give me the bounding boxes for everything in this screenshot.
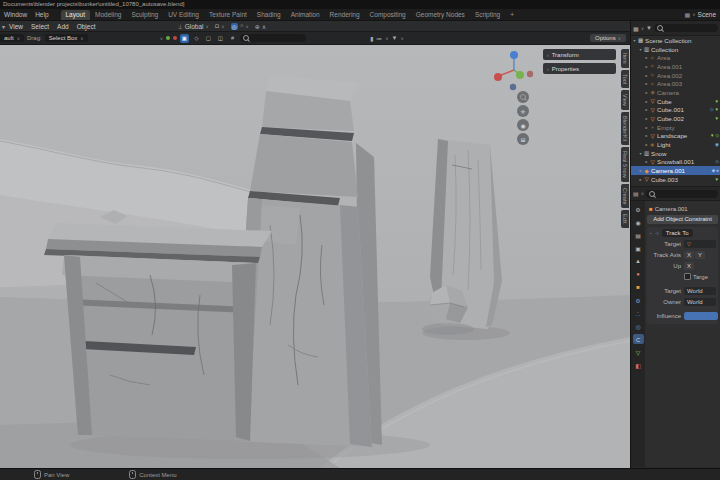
object-name[interactable]: Landscape xyxy=(657,132,710,139)
scene-tab[interactable]: ▲ xyxy=(633,256,644,266)
perspective-toggle-button[interactable]: ⊞ xyxy=(517,133,529,145)
xray-icon[interactable]: ▢ xyxy=(204,34,213,43)
shading-rendered-icon[interactable]: # xyxy=(228,34,237,43)
viewport-menu[interactable]: View xyxy=(9,23,23,30)
physics-tab[interactable]: ◎ xyxy=(633,321,644,331)
render-tab[interactable]: ◉ xyxy=(633,217,644,227)
axis-button[interactable]: Y xyxy=(695,251,705,259)
outliner-row[interactable]: ▸ ◆ Camera xyxy=(631,88,720,97)
object-name[interactable]: Area.001 xyxy=(657,63,719,70)
workspace-tab[interactable]: Geometry Nodes xyxy=(411,10,470,20)
row-data-icon[interactable]: ◆ xyxy=(712,168,715,173)
outliner-row[interactable]: ▾ ▥ Snow xyxy=(631,149,720,158)
breadcrumb-object-name[interactable]: Camera.001 xyxy=(655,206,688,212)
target-z-checkbox[interactable] xyxy=(684,273,691,280)
workspace-tab[interactable]: Modeling xyxy=(90,10,126,20)
properties-search[interactable] xyxy=(646,190,718,198)
outliner-row[interactable]: ▸ ☀ Area xyxy=(631,53,720,62)
add-constraint-button[interactable]: Add Object Constraint xyxy=(647,215,718,224)
npanel-transform-section[interactable]: › Transform xyxy=(543,49,616,60)
row-data-icon[interactable]: ▼ xyxy=(715,116,719,121)
outliner-row[interactable]: ▸ ◆ Camera.001 ◆● xyxy=(631,166,720,175)
object-name[interactable]: Light xyxy=(657,141,715,148)
outliner-row[interactable]: ▾ ▦ Scene Collection xyxy=(631,36,720,45)
object-name[interactable]: Cube.001 xyxy=(657,106,710,113)
modifiers-tab[interactable]: ⚙ xyxy=(633,295,644,305)
npanel-tab[interactable]: BlenderKit xyxy=(621,112,629,145)
object-name[interactable]: Area.002 xyxy=(657,72,719,79)
outliner-row[interactable]: ▸ ▽ Snowball.001 ◇ xyxy=(631,158,720,167)
row-data-icon[interactable]: ▼ xyxy=(715,177,719,182)
npanel-tab[interactable]: Real Snow xyxy=(621,147,629,182)
transform-pivot-icon[interactable]: ≔ xyxy=(376,35,382,42)
orientation-selector[interactable]: ⊥ Global ∨ xyxy=(177,23,208,30)
filter-icon[interactable]: ▼ xyxy=(646,25,652,31)
properties-editor-icon[interactable]: ▤ xyxy=(633,190,639,197)
workspace-tab[interactable]: Texture Paint xyxy=(204,10,252,20)
viewport-menu[interactable]: Add xyxy=(57,23,69,30)
space-owner-dropdown[interactable]: World xyxy=(684,298,716,306)
mode-dot-green-icon[interactable] xyxy=(166,36,170,40)
topbar-menu[interactable]: Window xyxy=(4,11,27,18)
row-data-icon[interactable]: ▼ xyxy=(715,107,719,112)
row-data-icon[interactable]: ● xyxy=(716,168,719,173)
topbar-menu[interactable]: Help xyxy=(35,11,48,18)
tool-preset-dropdown[interactable]: ault ∨ xyxy=(0,34,24,42)
row-data-icon[interactable]: ◉ xyxy=(715,142,719,147)
target-object-field[interactable]: ▽ xyxy=(684,240,716,248)
object-name[interactable]: Camera xyxy=(657,89,719,96)
scene-selector[interactable]: ▦ ∨ Scene xyxy=(685,11,716,18)
workspace-tab[interactable]: UV Editing xyxy=(163,10,204,20)
outliner-row[interactable]: ▾ ▥ Collection xyxy=(631,45,720,54)
npanel-tab[interactable]: View xyxy=(621,90,629,110)
rock-wall-left[interactable] xyxy=(44,210,272,441)
world-tab[interactable]: ● xyxy=(633,269,644,279)
object-name[interactable]: Empty xyxy=(657,124,719,131)
row-data-icon[interactable]: ◇ xyxy=(716,159,719,164)
object-name[interactable]: Cube.002 xyxy=(657,115,715,122)
object-name[interactable]: Area xyxy=(657,54,719,61)
object-tab[interactable]: ■ xyxy=(633,282,644,292)
object-name[interactable]: Snow xyxy=(651,150,719,157)
object-data-tab[interactable]: ▽ xyxy=(633,347,644,357)
view-layer-tab[interactable]: ▣ xyxy=(633,243,644,253)
workspace-tab[interactable]: Sculpting xyxy=(126,10,163,20)
workspace-tab[interactable]: Shading xyxy=(252,10,286,20)
proportional-editing-toggle[interactable]: ◎ ⌾ ∨ xyxy=(231,23,249,30)
camera-view-button[interactable]: ◉ xyxy=(517,119,529,131)
outliner-row[interactable]: ▸ ▽ Cube.002 ▼ xyxy=(631,114,720,123)
workspace-tab[interactable]: Layout xyxy=(61,10,91,20)
outliner-row[interactable]: ▸ ☀ Light ◉ xyxy=(631,140,720,149)
object-name[interactable]: Cube xyxy=(657,98,715,105)
gizmo-toggle[interactable]: ⊕ ∧ xyxy=(255,23,266,30)
display-mode-icon[interactable]: ▦ xyxy=(633,25,639,32)
filter-icon[interactable]: ▼ xyxy=(392,35,398,41)
influence-slider[interactable] xyxy=(684,312,718,320)
overlays-icon[interactable]: ◇ xyxy=(192,34,201,43)
outliner-row[interactable]: ▸ ☀ Area.003 xyxy=(631,79,720,88)
outliner-row[interactable]: ▸ ☀ Area.001 xyxy=(631,62,720,71)
npanel-tab[interactable]: Edit xyxy=(621,210,629,227)
object-name[interactable]: Camera.001 xyxy=(651,167,712,174)
gizmo-visibility-icon[interactable]: ▣ xyxy=(180,34,189,43)
outliner-row[interactable]: ▸ ▽ Cube.003 ▼ xyxy=(631,175,720,184)
outliner-row[interactable]: ▸ ☀ Area.002 xyxy=(631,71,720,80)
row-data-icon[interactable]: ◇ xyxy=(716,133,719,138)
marker-icon[interactable]: ▮ xyxy=(370,35,373,42)
tool-tab[interactable]: ⚙ xyxy=(633,204,644,214)
outliner-row[interactable]: ▸ ▽ Landscape ▼◇ xyxy=(631,132,720,141)
constraints-tab[interactable]: ⊂ xyxy=(633,334,644,344)
npanel-properties-section[interactable]: › Properties xyxy=(543,63,616,74)
outliner-row[interactable]: ▸ + Empty xyxy=(631,123,720,132)
npanel-tab[interactable]: Create xyxy=(621,184,629,209)
select-mode-dropdown[interactable]: Select Box ∨ xyxy=(45,34,88,42)
object-name[interactable]: Collection xyxy=(651,46,719,53)
viewport-menu[interactable]: Object xyxy=(77,23,96,30)
object-name[interactable]: Area.003 xyxy=(657,80,719,87)
viewport-menu[interactable]: Select xyxy=(31,23,49,30)
chevron-down-icon[interactable]: ∨ xyxy=(160,36,163,41)
options-button[interactable]: Options ∨ xyxy=(590,34,626,42)
row-data-icon[interactable]: ◇ xyxy=(710,107,713,112)
material-tab[interactable]: ◧ xyxy=(633,360,644,370)
object-name[interactable]: Cube.003 xyxy=(651,176,715,183)
